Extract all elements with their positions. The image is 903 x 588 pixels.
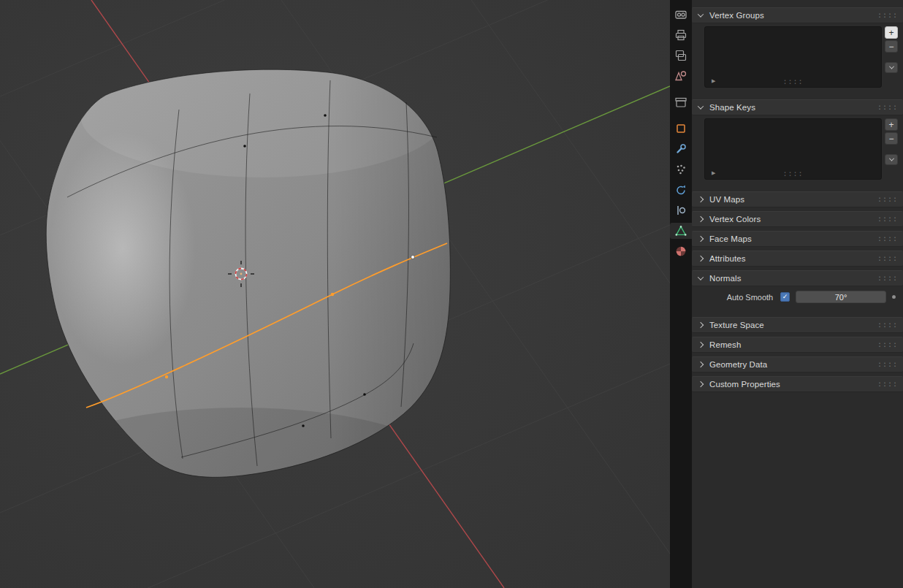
auto-smooth-checkbox[interactable]: ✓: [780, 292, 790, 302]
panel-vertex-colors: Vertex Colors ::::: [692, 211, 903, 227]
add-vertex-group-button[interactable]: +: [885, 26, 898, 39]
chevron-right-icon: [698, 196, 704, 202]
panel-face-maps: Face Maps ::::: [692, 231, 903, 247]
blender-window: Vertex Groups :::: ▶ :::: + −: [0, 0, 903, 588]
panel-grip-icon[interactable]: ::::: [877, 341, 898, 348]
panel-title: Vertex Colors: [709, 215, 877, 224]
panel-grip-icon[interactable]: ::::: [877, 255, 898, 262]
chevron-right-icon: [698, 256, 704, 261]
list-filter-toggle-icon[interactable]: ▶: [712, 170, 715, 176]
chevron-down-icon: [888, 64, 894, 69]
panel-header-uv-maps[interactable]: UV Maps ::::: [692, 191, 903, 207]
panel-title: Texture Space: [709, 321, 877, 329]
view-layer-tab[interactable]: [670, 47, 692, 64]
world-tab[interactable]: [670, 94, 692, 110]
object-data-tab[interactable]: [670, 223, 692, 239]
panel-header-texture-space[interactable]: Texture Space ::::: [692, 317, 903, 333]
auto-smooth-angle-field[interactable]: 70°: [796, 291, 886, 303]
vertex-group-specials-button[interactable]: [885, 62, 898, 73]
viewport-canvas[interactable]: [0, 0, 670, 588]
remove-vertex-group-button[interactable]: −: [885, 40, 898, 53]
physics-tab[interactable]: [670, 182, 692, 198]
vertex-groups-list[interactable]: ▶ ::::: [704, 26, 882, 88]
panel-header-geometry-data[interactable]: Geometry Data ::::: [692, 356, 903, 373]
panel-geometry-data: Geometry Data ::::: [692, 356, 903, 373]
panel-title: Vertex Groups: [709, 11, 877, 20]
add-shape-key-button[interactable]: +: [885, 118, 898, 131]
render-tab[interactable]: [670, 7, 692, 23]
viewport-3d[interactable]: [0, 0, 670, 588]
panel-grip-icon[interactable]: ::::: [877, 361, 898, 368]
panel-grip-icon[interactable]: ::::: [877, 321, 898, 329]
panel-vertex-groups: Vertex Groups :::: ▶ :::: + −: [692, 7, 903, 93]
list-resize-grip-icon[interactable]: ::::: [782, 169, 803, 177]
list-filter-toggle-icon[interactable]: ▶: [712, 78, 715, 84]
material-tab[interactable]: [670, 243, 692, 259]
auto-smooth-label: Auto Smooth: [692, 293, 773, 302]
panel-header-custom-properties[interactable]: Custom Properties ::::: [692, 376, 903, 392]
list-resize-grip-icon[interactable]: ::::: [782, 77, 803, 85]
panel-title: UV Maps: [709, 195, 877, 204]
panel-grip-icon[interactable]: ::::: [877, 381, 898, 388]
shape-keys-list[interactable]: ▶ ::::: [704, 118, 882, 180]
shape-key-specials-button[interactable]: [885, 154, 898, 165]
output-tab[interactable]: [670, 27, 692, 43]
panel-header-vertex-colors[interactable]: Vertex Colors ::::: [692, 211, 903, 227]
panel-grip-icon[interactable]: ::::: [877, 196, 898, 203]
panel-header-attributes[interactable]: Attributes ::::: [692, 251, 903, 267]
panel-grip-icon[interactable]: ::::: [877, 104, 898, 111]
decorator-dot-icon[interactable]: [892, 295, 896, 299]
panel-title: Attributes: [709, 254, 877, 263]
panel-title: Face Maps: [709, 234, 877, 243]
check-icon: ✓: [782, 294, 788, 300]
chevron-right-icon: [698, 342, 704, 348]
scene-tab[interactable]: [670, 68, 692, 84]
properties-tabbar: [670, 0, 692, 588]
chevron-down-icon: [888, 156, 894, 161]
panel-header-vertex-groups[interactable]: Vertex Groups ::::: [692, 7, 903, 23]
chevron-down-icon: [698, 103, 704, 109]
modifiers-tab[interactable]: [670, 141, 692, 157]
panel-title: Custom Properties: [709, 380, 877, 389]
panel-custom-properties: Custom Properties ::::: [692, 376, 903, 392]
panel-normals: Normals :::: Auto Smooth ✓ 70°: [692, 270, 903, 308]
chevron-down-icon: [698, 274, 704, 280]
panel-title: Remesh: [709, 340, 877, 349]
panel-uv-maps: UV Maps ::::: [692, 191, 903, 207]
object-tab[interactable]: [670, 121, 692, 137]
panel-shape-keys: Shape Keys :::: ▶ :::: + −: [692, 99, 903, 186]
panel-grip-icon[interactable]: ::::: [877, 235, 898, 243]
particles-tab[interactable]: [670, 161, 692, 177]
panel-title: Shape Keys: [709, 103, 877, 112]
panel-header-remesh[interactable]: Remesh ::::: [692, 337, 903, 353]
chevron-right-icon: [698, 362, 704, 367]
panel-header-face-maps[interactable]: Face Maps ::::: [692, 231, 903, 247]
remove-shape-key-button[interactable]: −: [885, 132, 898, 145]
panel-header-normals[interactable]: Normals ::::: [692, 270, 903, 286]
panel-header-shape-keys[interactable]: Shape Keys ::::: [692, 99, 903, 115]
panel-grip-icon[interactable]: ::::: [877, 12, 898, 19]
properties-editor: Vertex Groups :::: ▶ :::: + −: [692, 0, 903, 588]
panel-grip-icon[interactable]: ::::: [877, 215, 898, 223]
panel-attributes: Attributes ::::: [692, 251, 903, 267]
panel-grip-icon[interactable]: ::::: [877, 275, 898, 282]
panel-remesh: Remesh ::::: [692, 337, 903, 353]
panel-title: Normals: [709, 274, 877, 283]
panel-title: Geometry Data: [709, 360, 877, 369]
constraints-tab[interactable]: [670, 202, 692, 218]
chevron-right-icon: [698, 236, 704, 242]
panel-texture-space: Texture Space ::::: [692, 317, 903, 333]
chevron-right-icon: [698, 322, 704, 328]
chevron-right-icon: [698, 216, 704, 222]
chevron-down-icon: [698, 11, 704, 17]
chevron-right-icon: [698, 381, 704, 387]
